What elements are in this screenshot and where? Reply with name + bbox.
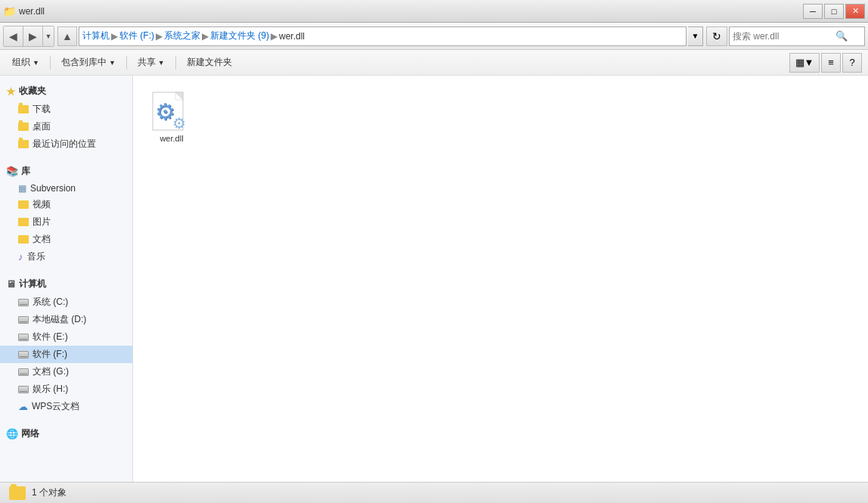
svn-icon: ▦	[18, 183, 26, 194]
svg-text:⚙: ⚙	[172, 115, 186, 132]
sidebar-item-d-drive[interactable]: 本地磁盘 (D:)	[0, 311, 132, 328]
library-header[interactable]: 📚 库	[0, 162, 132, 181]
preview-pane-button[interactable]: ≡	[821, 53, 841, 73]
sidebar-item-video[interactable]: 视频	[0, 196, 132, 213]
network-header[interactable]: 🌐 网络	[0, 424, 132, 443]
drive-c-icon	[18, 299, 29, 306]
file-area: ⚙ ⚙ wer.dll	[133, 76, 868, 482]
sidebar-item-docs[interactable]: 文档	[0, 231, 132, 248]
file-icon-large: ⚙ ⚙	[151, 92, 192, 132]
breadcrumb-computer[interactable]: 计算机	[82, 29, 110, 42]
cmd-separator-3	[175, 56, 176, 70]
drive-h-icon	[18, 386, 29, 393]
file-label: wer.dll	[160, 134, 183, 143]
sidebar-item-subversion[interactable]: ▦ Subversion	[0, 181, 132, 196]
title-bar-left: 📁 wer.dll	[3, 5, 45, 17]
drive-e-icon	[18, 334, 29, 341]
cmd-separator-1	[50, 56, 51, 70]
computer-header[interactable]: 🖥 计算机	[0, 275, 132, 293]
folder-icon	[18, 105, 29, 113]
drive-d-icon	[18, 316, 29, 324]
title-bar: 📁 wer.dll ─ □ ✕	[0, 0, 868, 23]
drive-f-icon	[18, 351, 29, 359]
cmd-separator-2	[126, 56, 127, 70]
status-text: 1 个对象	[32, 486, 67, 499]
search-input[interactable]	[733, 31, 831, 42]
file-grid: ⚙ ⚙ wer.dll	[145, 88, 856, 147]
dll-file-icon: ⚙ ⚙	[151, 89, 192, 135]
status-bar: 1 个对象	[0, 482, 868, 503]
search-icon[interactable]: 🔍	[834, 27, 849, 45]
library-icon: 📚	[6, 166, 18, 177]
address-dropdown-button[interactable]: ▼	[688, 26, 703, 46]
help-button[interactable]: ?	[842, 53, 862, 73]
view-toggle-button[interactable]: ▦▼	[789, 53, 820, 73]
minimize-button[interactable]: ─	[803, 4, 823, 19]
breadcrumb-folder2[interactable]: 新建文件夹 (9)	[210, 29, 269, 42]
organize-button[interactable]: 组织 ▼	[6, 53, 45, 73]
forward-button[interactable]: ▶	[23, 26, 43, 46]
photo-folder-icon	[18, 218, 29, 226]
breadcrumb-folder1[interactable]: 系统之家	[164, 29, 200, 42]
video-folder-icon	[18, 200, 29, 209]
folder-icon	[18, 140, 29, 148]
main-area: ★ 收藏夹 下载 桌面 最近访问的位置 📚 库 ▦	[0, 76, 868, 482]
doc-folder-icon	[18, 235, 29, 244]
file-item-wer-dll[interactable]: ⚙ ⚙ wer.dll	[145, 88, 198, 147]
sidebar-item-c-drive[interactable]: 系统 (C:)	[0, 293, 132, 311]
view-buttons: ▦▼ ≡ ?	[789, 53, 862, 73]
include-in-library-button[interactable]: 包含到库中 ▼	[55, 53, 122, 73]
toolbar: ◀ ▶ ▼ ▲ 计算机 ▶ 软件 (F:) ▶ 系统之家 ▶ 新建文件夹 (9)…	[0, 23, 868, 50]
music-icon: ♪	[18, 251, 23, 262]
sidebar-item-e-drive[interactable]: 软件 (E:)	[0, 328, 132, 346]
sidebar-item-g-drive[interactable]: 文档 (G:)	[0, 363, 132, 380]
command-bar: 组织 ▼ 包含到库中 ▼ 共享 ▼ 新建文件夹 ▦▼ ≡ ?	[0, 50, 868, 76]
back-button[interactable]: ◀	[4, 26, 23, 46]
new-folder-button[interactable]: 新建文件夹	[181, 53, 238, 73]
sidebar-item-desktop[interactable]: 桌面	[0, 118, 132, 135]
share-button[interactable]: 共享 ▼	[132, 53, 171, 73]
cloud-icon: ☁	[18, 401, 28, 412]
address-bar: 计算机 ▶ 软件 (F:) ▶ 系统之家 ▶ 新建文件夹 (9) ▶ wer.d…	[79, 26, 687, 46]
title-bar-buttons: ─ □ ✕	[803, 4, 865, 19]
sidebar-item-h-drive[interactable]: 娱乐 (H:)	[0, 380, 132, 398]
search-box[interactable]: 🔍	[729, 26, 865, 46]
up-button[interactable]: ▲	[57, 26, 77, 46]
breadcrumb-file: wer.dll	[279, 31, 305, 42]
computer-section: 🖥 计算机 系统 (C:) 本地磁盘 (D:) 软件 (E:) 软件 (F:)	[0, 275, 132, 415]
sidebar-item-download[interactable]: 下载	[0, 101, 132, 118]
sidebar-item-music[interactable]: ♪ 音乐	[0, 248, 132, 265]
network-icon: 🌐	[6, 428, 18, 439]
refresh-button[interactable]: ↻	[706, 26, 727, 46]
sidebar-item-wps-cloud[interactable]: ☁ WPS云文档	[0, 398, 132, 415]
favorites-section: ★ 收藏夹 下载 桌面 最近访问的位置	[0, 82, 132, 153]
favorites-header[interactable]: ★ 收藏夹	[0, 82, 132, 101]
nav-buttons: ◀ ▶ ▼	[3, 26, 54, 47]
sidebar-item-f-drive[interactable]: 软件 (F:)	[0, 346, 132, 363]
sidebar-item-photos[interactable]: 图片	[0, 213, 132, 231]
drive-g-icon	[18, 368, 29, 376]
window-title: wer.dll	[19, 6, 45, 17]
sidebar: ★ 收藏夹 下载 桌面 最近访问的位置 📚 库 ▦	[0, 76, 133, 482]
network-section: 🌐 网络	[0, 424, 132, 443]
maximize-button[interactable]: □	[824, 4, 844, 19]
close-button[interactable]: ✕	[845, 4, 865, 19]
folder-icon	[18, 123, 29, 131]
dropdown-nav-button[interactable]: ▼	[43, 26, 54, 46]
status-folder-icon	[9, 486, 26, 500]
computer-icon: 🖥	[6, 278, 16, 290]
library-section: 📚 库 ▦ Subversion 视频 图片 文档 ♪ 音乐	[0, 162, 132, 265]
sidebar-item-recent[interactable]: 最近访问的位置	[0, 135, 132, 153]
window-icon: 📁	[3, 5, 16, 17]
breadcrumb-drive[interactable]: 软件 (F:)	[119, 29, 154, 42]
star-icon: ★	[6, 85, 16, 98]
